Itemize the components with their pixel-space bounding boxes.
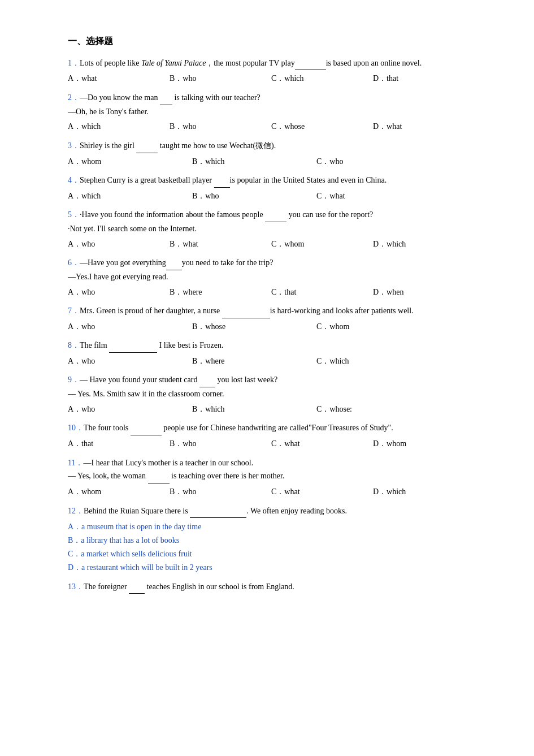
q11-text: 11．—I hear that Lucy's mother is a teach… (68, 456, 477, 470)
section-title: 一、选择题 (68, 34, 477, 49)
q4-opt-b: B．who (192, 190, 316, 202)
q9-opt-a: A．who (68, 403, 192, 416)
q4-options: A．which B．who C．what (68, 190, 477, 202)
q3-opt-b: B．which (192, 155, 316, 168)
q11-opt-d: D．which (373, 486, 475, 498)
q5-opt-b: B．what (170, 238, 271, 250)
q6-opt-b: B．where (170, 286, 271, 299)
q2-opt-a: A．which (68, 120, 170, 133)
q8-text: 8．The film I like best is Frozen. (68, 339, 477, 353)
q10-opt-d: D．whom (373, 438, 475, 450)
q5-subtext: ·Not yet. I'll search some on the Intern… (68, 222, 477, 236)
q5-options: A．who B．what C．whom D．which (68, 238, 477, 250)
q11-opt-c: C．what (271, 486, 373, 498)
questions-list: 1．Lots of people like Tale of Yanxi Pala… (68, 57, 477, 594)
q12-opt-a: A．a museum that is open in the day time (68, 520, 477, 534)
q9-subtext: — Yes. Ms. Smith saw it in the classroom… (68, 387, 477, 401)
q7-opt-c: C．whom (316, 321, 441, 333)
question-5: 5．·Have you found the information about … (68, 208, 477, 250)
question-9: 9．— Have you found your student card you… (68, 373, 477, 416)
q6-subtext: —Yes.I have got everying read. (68, 270, 477, 284)
q8-options: A．who B．where C．which (68, 355, 477, 368)
question-11: 11．—I hear that Lucy's mother is a teach… (68, 456, 477, 499)
q2-text: 2．—Do you know the man is talking with o… (68, 91, 477, 105)
question-6: 6．—Have you got everything you need to t… (68, 256, 477, 299)
q11-opt-b: B．who (170, 486, 271, 498)
q10-opt-a: A．that (68, 438, 170, 450)
q6-options: A．who B．where C．that D．when (68, 286, 477, 299)
q1-options: A．what B．who C．which D．that (68, 72, 477, 85)
q1-text: 1．Lots of people like Tale of Yanxi Pala… (68, 57, 477, 71)
q9-opt-c: C．whose: (316, 403, 441, 416)
q1-opt-d: D．that (373, 72, 475, 85)
q2-opt-c: C．whose (271, 120, 373, 133)
q12-opt-d: D．a restaurant which will be built in 2 … (68, 561, 477, 574)
q9-options: A．who B．which C．whose: (68, 403, 477, 416)
q4-opt-c: C．what (316, 190, 441, 202)
q12-opt-c: C．a market which sells delicious fruit (68, 547, 477, 561)
question-13: 13．The foreigner teaches English in our … (68, 580, 477, 594)
q11-options: A．whom B．who C．what D．which (68, 486, 477, 498)
q10-options: A．that B．who C．what D．whom (68, 438, 477, 450)
q11-subtext: — Yes, look, the woman is teaching over … (68, 469, 477, 483)
q13-text: 13．The foreigner teaches English in our … (68, 580, 477, 594)
question-8: 8．The film I like best is Frozen. A．who … (68, 339, 477, 368)
q3-opt-c: C．who (316, 155, 441, 168)
q12-opt-b: B．a library that has a lot of books (68, 534, 477, 547)
q4-opt-a: A．which (68, 190, 192, 202)
question-12: 12．Behind the Ruian Square there is . We… (68, 504, 477, 574)
q4-text: 4．Stephen Curry is a great basketball pl… (68, 174, 477, 188)
q6-opt-c: C．that (271, 286, 373, 299)
q9-opt-b: B．which (192, 403, 316, 416)
q7-opt-b: B．whose (192, 321, 316, 333)
q7-text: 7．Mrs. Green is proud of her daughter, a… (68, 304, 477, 318)
q9-text: 9．— Have you found your student card you… (68, 373, 477, 387)
q10-opt-c: C．what (271, 438, 373, 450)
question-7: 7．Mrs. Green is proud of her daughter, a… (68, 304, 477, 333)
question-4: 4．Stephen Curry is a great basketball pl… (68, 174, 477, 202)
q8-opt-b: B．where (192, 355, 316, 368)
question-2: 2．—Do you know the man is talking with o… (68, 91, 477, 133)
question-10: 10．The four tools people use for Chinese… (68, 421, 477, 450)
q6-text: 6．—Have you got everything you need to t… (68, 256, 477, 270)
q3-text: 3．Shirley is the girl taught me how to u… (68, 139, 477, 153)
q7-opt-a: A．who (68, 321, 192, 333)
q3-opt-a: A．whom (68, 155, 192, 168)
q6-opt-a: A．who (68, 286, 170, 299)
q2-options: A．which B．who C．whose D．what (68, 120, 477, 133)
q5-opt-a: A．who (68, 238, 170, 250)
q2-subtext: —Oh, he is Tony's father. (68, 105, 477, 119)
question-3: 3．Shirley is the girl taught me how to u… (68, 139, 477, 168)
question-1: 1．Lots of people like Tale of Yanxi Pala… (68, 57, 477, 85)
q3-options: A．whom B．which C．who (68, 155, 477, 168)
q8-opt-a: A．who (68, 355, 192, 368)
q12-options: A．a museum that is open in the day time … (68, 520, 477, 574)
q2-opt-d: D．what (373, 120, 475, 133)
q5-text: 5．·Have you found the information about … (68, 208, 477, 222)
q12-text: 12．Behind the Ruian Square there is . We… (68, 504, 477, 519)
q8-opt-c: C．which (316, 355, 441, 368)
q2-opt-b: B．who (170, 120, 271, 133)
q11-opt-a: A．whom (68, 486, 170, 498)
q6-opt-d: D．when (373, 286, 475, 299)
q7-options: A．who B．whose C．whom (68, 321, 477, 333)
q5-opt-d: D．which (373, 238, 475, 250)
q10-text: 10．The four tools people use for Chinese… (68, 421, 477, 435)
q1-opt-a: A．what (68, 72, 170, 85)
q5-opt-c: C．whom (271, 238, 373, 250)
q1-opt-c: C．which (271, 72, 373, 85)
q10-opt-b: B．who (170, 438, 271, 450)
q1-opt-b: B．who (170, 72, 271, 85)
